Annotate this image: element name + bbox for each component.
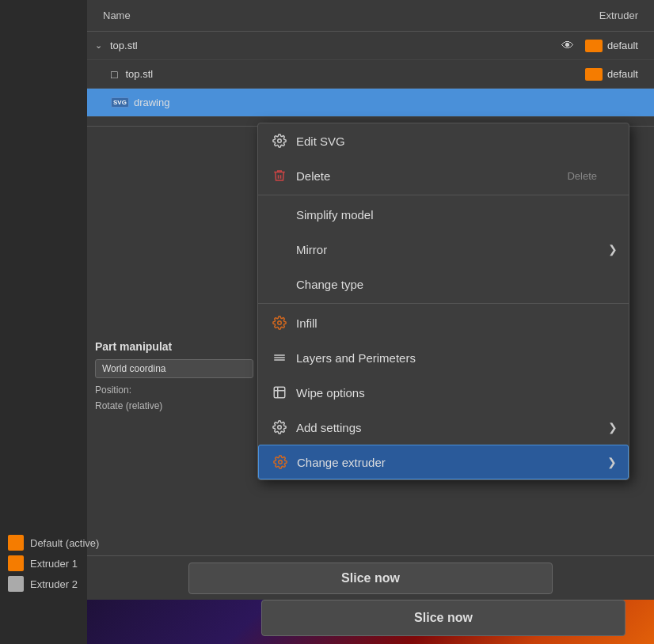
menu-item-simplify[interactable]: Simplify model: [258, 197, 629, 232]
eye-icon[interactable]: 👁: [561, 39, 574, 53]
legend-color-swatch: [8, 535, 24, 551]
file-row-extruder: 👁 default: [551, 39, 646, 53]
slice-now-section: Slice now: [87, 555, 654, 600]
file-row-name: □ top.stl: [111, 68, 551, 81]
part-manipulator-panel: Part manipulat World coordina Position: …: [87, 332, 257, 424]
menu-item-mirror[interactable]: Mirror ❯: [258, 232, 629, 267]
file-row[interactable]: ⌄ top.stl 👁 default: [87, 32, 654, 60]
extruder-label: default: [607, 40, 638, 51]
menu-item-label: Mirror: [296, 243, 616, 256]
arrow-icon: ❯: [608, 243, 618, 256]
svg-point-5: [278, 426, 282, 430]
menu-item-label: Edit SVG: [296, 134, 616, 148]
menu-item-layers[interactable]: Layers and Perimeters: [258, 340, 629, 375]
delete-shortcut: Delete: [567, 170, 597, 182]
slice-now-button[interactable]: Slice now: [261, 600, 625, 636]
menu-separator: [258, 195, 629, 195]
file-row-name: SVG drawing: [111, 97, 551, 108]
menu-item-change-extruder[interactable]: Change extruder ❯: [258, 445, 629, 479]
name-column-header: Name: [95, 9, 551, 21]
menu-item-change-type[interactable]: Change type: [258, 267, 629, 301]
menu-item-label: Wipe options: [296, 386, 616, 400]
trash-icon: [271, 167, 288, 184]
menu-separator: [258, 303, 629, 304]
legend-item[interactable]: Default (active): [8, 535, 135, 551]
slice-now-label: Slice now: [341, 571, 400, 585]
svg-badge: SVG: [111, 97, 129, 108]
placeholder-icon: [271, 275, 288, 293]
legend-color-swatch: [8, 555, 24, 571]
slice-now-label: Slice now: [414, 611, 473, 625]
menu-item-label: Change type: [296, 278, 616, 291]
menu-item-delete[interactable]: Delete Delete: [258, 158, 629, 193]
part-manipulator-title: Part manipulat: [95, 340, 249, 353]
placeholder-icon: [271, 206, 288, 223]
file-row[interactable]: □ top.stl default: [87, 60, 654, 89]
table-header: Name Extruder: [87, 0, 654, 32]
svg-point-6: [279, 460, 283, 464]
legend-label: Extruder 1: [30, 558, 78, 570]
file-list-panel: Name Extruder ⌄ top.stl 👁 default □ top.…: [87, 0, 654, 127]
color-swatch: [585, 68, 603, 81]
arrow-icon: ❯: [608, 421, 618, 434]
extruder-column-header: Extruder: [551, 9, 646, 21]
menu-item-label: Change extruder: [297, 456, 615, 469]
svg-point-1: [278, 321, 282, 325]
rotate-label: Rotate (relative): [95, 400, 249, 411]
gear-icon: [271, 132, 288, 150]
file-row-extruder: default: [551, 68, 646, 81]
file-name: top.stl: [110, 40, 138, 51]
menu-item-label: Simplify model: [296, 208, 616, 222]
file-row-selected[interactable]: SVG drawing: [87, 89, 654, 117]
menu-item-label: Add settings: [296, 421, 616, 434]
menu-item-wipe[interactable]: Wipe options: [258, 375, 629, 410]
menu-item-edit-svg[interactable]: Edit SVG: [258, 123, 629, 158]
context-menu: Edit SVG Delete Delete Simplify model Mi…: [257, 123, 629, 480]
file-name: top.stl: [125, 68, 153, 80]
menu-item-infill[interactable]: Infill: [258, 305, 629, 340]
extruder-label: default: [607, 68, 638, 80]
legend-color-swatch: [8, 576, 24, 592]
svg-point-0: [278, 139, 282, 143]
legend-label: Default (active): [30, 537, 99, 549]
legend-label: Extruder 2: [30, 578, 78, 590]
wipe-icon: [271, 384, 288, 401]
color-swatch: [585, 40, 603, 52]
position-label: Position:: [95, 385, 249, 396]
coordinate-dropdown[interactable]: World coordina: [95, 359, 253, 378]
extruder-icon: [272, 453, 289, 471]
file-row-name: ⌄ top.stl: [95, 40, 551, 51]
menu-item-add-settings[interactable]: Add settings ❯: [258, 410, 629, 445]
placeholder-icon: [271, 241, 288, 258]
menu-item-label: Infill: [296, 316, 616, 330]
menu-item-label: Layers and Perimeters: [296, 351, 616, 365]
arrow-icon: ❯: [607, 456, 617, 468]
gear-icon: [271, 419, 288, 436]
mesh-icon: □: [111, 68, 117, 81]
chevron-icon: ⌄: [95, 40, 102, 51]
file-name: drawing: [134, 97, 170, 108]
slice-now-button[interactable]: Slice now: [188, 563, 553, 594]
infill-icon: [271, 314, 288, 331]
layers-icon: [271, 349, 288, 366]
